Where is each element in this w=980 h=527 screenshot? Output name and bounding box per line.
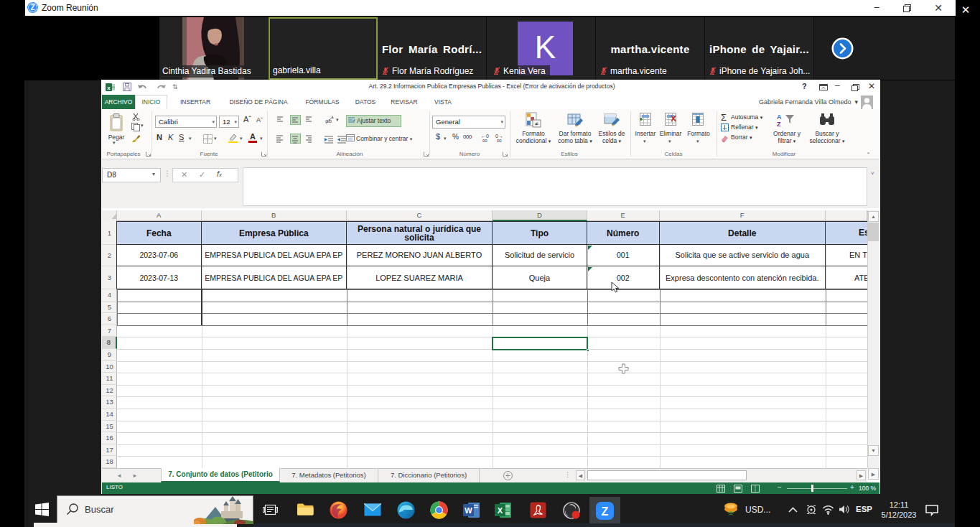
svg-text:ab: ab xyxy=(325,118,332,124)
svg-text:←0: ←0 xyxy=(481,134,489,139)
svg-text:00: 00 xyxy=(482,139,487,142)
svg-text:X: X xyxy=(498,506,503,515)
svg-text:00: 00 xyxy=(497,139,502,142)
svg-text:≠: ≠ xyxy=(535,121,538,127)
svg-text:Z: Z xyxy=(30,4,34,11)
svg-text:Z: Z xyxy=(602,505,609,518)
svg-text:W: W xyxy=(465,506,472,515)
svg-text:x: x xyxy=(107,85,111,91)
svg-text:Z: Z xyxy=(777,121,781,128)
svg-text:0→: 0→ xyxy=(495,134,503,139)
svg-text:A: A xyxy=(777,113,782,121)
